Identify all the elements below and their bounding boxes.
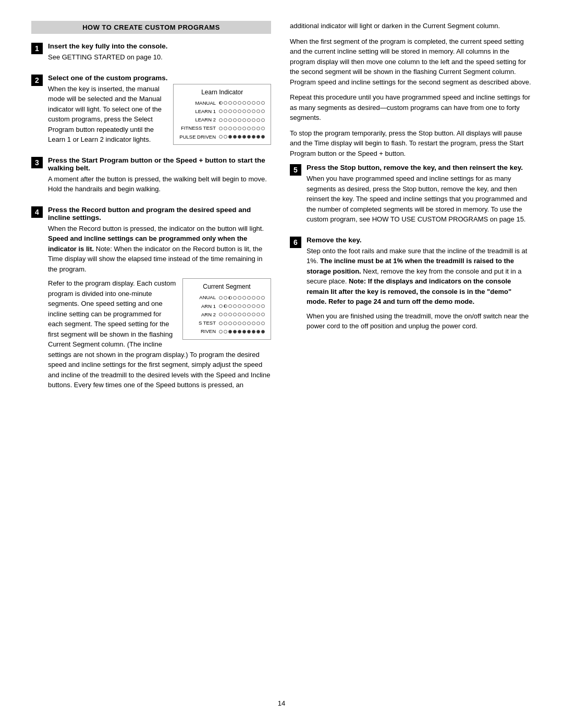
learn-indicator-figure: Learn Indicator MANUALLEARN 1LEARN 2FITN… [173, 84, 271, 145]
left-column: HOW TO CREATE CUSTOM PROGRAMS 1 Insert t… [31, 21, 271, 687]
right-para-3: To stop the program temporarily, press t… [290, 128, 532, 159]
step-6-para-0: Step onto the foot rails and make sure t… [307, 246, 532, 307]
step-5-content: When you have programmed speed and incli… [307, 174, 532, 225]
step-1-number: 1 [31, 43, 43, 54]
step-2-body: Select one of the custom programs. Learn… [48, 74, 271, 149]
step-6-content: Step onto the foot rails and make sure t… [307, 246, 532, 331]
right-para-2: Repeat this procedure until you have pro… [290, 92, 532, 123]
step-1: 1 Insert the key fully into the console.… [31, 42, 271, 67]
step-4-number: 4 [31, 206, 43, 218]
step-1-content: See GETTING STARTED on page 10. [48, 52, 271, 63]
step-4-body: Press the Record button and program the … [48, 206, 271, 394]
right-para-1: When the first segment of the program is… [290, 36, 532, 88]
step-5-body: Press the Stop button, remove the key, a… [307, 164, 532, 229]
right-column: additional indicator will light or darke… [290, 21, 532, 687]
step-2-number: 2 [31, 75, 43, 86]
step-5-title: Press the Stop button, remove the key, a… [307, 164, 532, 171]
step-3-title: Press the Start Program button or the Sp… [48, 156, 271, 172]
step-6: 6 Remove the key. Step onto the foot rai… [290, 236, 532, 336]
step-2: 2 Select one of the custom programs. Lea… [31, 74, 271, 149]
step-3-number: 3 [31, 157, 43, 168]
page: HOW TO CREATE CUSTOM PROGRAMS 1 Insert t… [0, 0, 563, 728]
step-5: 5 Press the Stop button, remove the key,… [290, 164, 532, 229]
step-1-para-0: See GETTING STARTED on page 10. [48, 52, 271, 63]
step-5-para-0: When you have programmed speed and incli… [307, 174, 532, 225]
step-4-content: When the Record button is pressed, the i… [48, 224, 271, 390]
step-6-para-1: When you are finished using the treadmil… [307, 311, 532, 331]
step-2-content: Learn Indicator MANUALLEARN 1LEARN 2FITN… [48, 84, 271, 149]
current-segment-figure: Current Segment ANUALARN 1ARN 2S TESTRIV… [182, 278, 271, 339]
step-2-title: Select one of the custom programs. [48, 74, 271, 82]
step-6-number: 6 [290, 237, 301, 248]
right-para-0: additional indicator will light or darke… [290, 21, 532, 31]
step-4-title: Press the Record button and program the … [48, 206, 271, 221]
step-3-para-0: A moment after the button is pressed, th… [48, 174, 271, 194]
current-segment-title: Current Segment [187, 282, 266, 291]
page-number: 14 [31, 699, 532, 707]
step-1-body: Insert the key fully into the console. S… [48, 42, 271, 67]
step-5-number: 5 [290, 164, 301, 176]
step-1-title: Insert the key fully into the console. [48, 42, 271, 50]
learn-indicator-title: Learn Indicator [178, 88, 266, 97]
learn-indicator-table: MANUALLEARN 1LEARN 2FITNESS TESTPULSE DR… [178, 99, 266, 141]
section-header: HOW TO CREATE CUSTOM PROGRAMS [31, 21, 271, 34]
step-3-content: A moment after the button is pressed, th… [48, 174, 271, 194]
step-3-body: Press the Start Program button or the Sp… [48, 156, 271, 199]
current-segment-table: ANUALARN 1ARN 2S TESTRIVEN [187, 293, 266, 336]
step-4-para-0: When the Record button is pressed, the i… [48, 224, 271, 275]
step-4: 4 Press the Record button and program th… [31, 206, 271, 394]
step-3: 3 Press the Start Program button or the … [31, 156, 271, 199]
step-6-body: Remove the key. Step onto the foot rails… [307, 236, 532, 336]
step-6-title: Remove the key. [307, 236, 532, 244]
